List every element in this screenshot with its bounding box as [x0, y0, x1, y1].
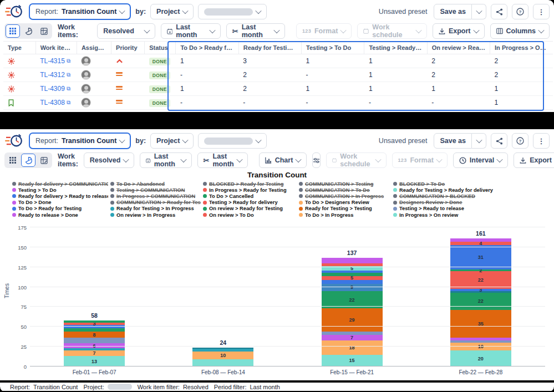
legend-item[interactable]: In Progress > COMMUNICATION — [110, 193, 201, 199]
help-button[interactable]: ? — [512, 133, 528, 149]
chart-settings-button[interactable] — [312, 152, 321, 168]
legend-item[interactable]: In Progress > On review — [393, 212, 493, 218]
save-as-button[interactable]: Save as — [434, 133, 472, 149]
share-icon — [496, 8, 503, 16]
legend-swatch — [12, 201, 16, 205]
work-item-link[interactable]: TL-4315⧉ — [40, 57, 70, 65]
help-icon: ? — [516, 137, 524, 145]
work-items-select[interactable]: Resolved — [97, 23, 155, 39]
bar-segment: 15 — [322, 355, 383, 367]
column-header[interactable]: Ready for Testing > Testing — [238, 42, 301, 54]
more-menu-button[interactable]: ⋮ — [533, 133, 550, 149]
table-view-button[interactable] — [6, 24, 20, 38]
column-header[interactable]: Testing > To Do — [302, 42, 364, 54]
column-header[interactable]: In Progress > On review — [490, 42, 553, 54]
work-item-link[interactable]: TL-4308⧉ — [40, 99, 70, 106]
legend-item[interactable]: Designers Review > Done — [393, 200, 493, 206]
legend-item[interactable]: On review > In Progress — [110, 212, 201, 218]
legend-item[interactable]: Ready for delivery > Ready to release — [12, 193, 108, 199]
period-select[interactable]: Last month — [140, 152, 191, 168]
external-link-icon: ⧉ — [67, 58, 70, 64]
legend-swatch — [393, 188, 397, 192]
help-button[interactable]: ? — [512, 4, 528, 19]
group-by-select[interactable]: Project — [150, 133, 194, 149]
work-items-select[interactable]: Resolved — [84, 152, 135, 168]
group-by-select[interactable]: Project — [150, 4, 194, 19]
y-tick-label: 0 — [10, 364, 27, 370]
segment-value-label: 18 — [322, 345, 383, 350]
bar-segment — [64, 338, 125, 343]
interval-button[interactable]: Interval — [453, 152, 508, 168]
legend-item[interactable]: To Do > Ready for Testing — [12, 206, 108, 212]
project-select[interactable] — [198, 4, 267, 19]
column-header[interactable]: On review > Ready for Testing — [427, 42, 490, 54]
legend-item[interactable]: COMMUNICATION > Testing — [299, 181, 391, 187]
legend-swatch — [12, 194, 16, 198]
report-select[interactable]: Report: Transition Count — [29, 133, 131, 149]
report-select[interactable]: Report: Transition Count — [29, 3, 131, 20]
legend-item[interactable]: COMMUNICATION > Ready for Testing — [110, 200, 201, 206]
column-header[interactable]: Priority — [111, 42, 145, 54]
legend-label: Ready for Testing > Testing — [305, 206, 372, 211]
export-button[interactable]: Export — [433, 23, 485, 39]
column-header[interactable]: Assignee — [77, 42, 111, 54]
columns-button[interactable]: Columns — [490, 23, 550, 39]
save-as-button[interactable]: Save as — [434, 4, 472, 19]
more-menu-button[interactable]: ⋮ — [533, 4, 550, 19]
chart-type-button[interactable]: Chart — [259, 152, 307, 168]
legend-item[interactable]: Ready for delivery > COMMUNICATION — [12, 181, 108, 187]
legend-item[interactable]: To Do > Done — [12, 200, 108, 206]
legend-item[interactable]: Ready for Testing > Ready for delivery — [393, 187, 493, 193]
column-header[interactable]: To Do > Ready for Testing — [176, 42, 238, 54]
pivot-view-button[interactable] — [37, 154, 51, 167]
period-select[interactable]: Last month — [161, 23, 221, 39]
share-button[interactable] — [491, 4, 507, 19]
legend-item[interactable]: In Progress > Ready for Testing — [203, 187, 297, 193]
chevron-down-icon — [256, 8, 262, 14]
column-header[interactable]: Work item ... — [35, 42, 77, 54]
legend-item[interactable]: Testing > Ready to release — [393, 206, 493, 212]
work-item-link[interactable]: TL-4312⧉ — [40, 71, 70, 79]
legend-item[interactable]: On review > To Do — [203, 212, 297, 218]
column-header[interactable]: Status — [145, 42, 176, 54]
legend-item[interactable]: To Do > In Progress — [299, 212, 391, 218]
legend-item[interactable]: Ready for Testing > In Progress — [110, 206, 201, 212]
column-header[interactable]: Type — [3, 42, 35, 54]
transition-count-cell: 2 — [238, 82, 301, 96]
save-as-menu-button[interactable] — [472, 4, 486, 19]
chevron-down-icon — [119, 137, 125, 143]
legend-item[interactable]: Testing > COMMUNICATION — [110, 187, 201, 193]
legend-item[interactable]: On review > Ready for Testing — [203, 206, 297, 212]
legend-item[interactable]: COMMUNICATION > To Do — [299, 187, 391, 193]
legend-item[interactable]: COMMUNICATION > BLOCKED — [393, 193, 493, 199]
trim-period-select[interactable]: ✂ Last month — [197, 152, 248, 168]
legend-item[interactable]: To Do > Designers Review — [299, 200, 391, 206]
legend-label: In Progress > Ready for Testing — [209, 187, 287, 193]
bar-segment — [192, 348, 253, 349]
legend-label: COMMUNICATION > BLOCKED — [399, 194, 475, 199]
legend-label: Ready to release > Done — [18, 212, 78, 218]
legend-label: To Do > Abandoned — [116, 181, 165, 187]
project-select[interactable] — [198, 133, 267, 149]
legend-item[interactable]: Testing > To Do — [12, 187, 108, 193]
chart-view-button[interactable] — [21, 154, 35, 167]
work-item-link[interactable]: TL-4309⧉ — [40, 85, 70, 93]
pivot-view-button[interactable] — [37, 24, 51, 38]
save-as-menu-button[interactable] — [472, 133, 486, 149]
work-items-label: Work items: — [58, 152, 78, 168]
table-view-button[interactable] — [6, 154, 20, 167]
legend-item[interactable]: Ready to release > Done — [12, 212, 108, 218]
share-button[interactable] — [491, 133, 507, 149]
legend-item[interactable]: BLOCKED > Ready for Testing — [203, 181, 297, 187]
legend-item[interactable]: COMMUNICATION > In Progress — [299, 193, 391, 199]
segment-value-label: 29 — [322, 317, 383, 323]
legend-item[interactable]: Testing > Ready for delivery — [203, 200, 297, 206]
legend-item[interactable]: BLOCKED > To Do — [393, 181, 493, 187]
export-button[interactable]: Export — [514, 152, 554, 168]
column-header[interactable]: Testing > Ready to release — [364, 42, 427, 54]
legend-item[interactable]: Ready for Testing > Testing — [299, 206, 391, 212]
chart-view-button[interactable] — [21, 24, 35, 38]
trim-period-select[interactable]: ✂ Last month — [226, 23, 285, 39]
legend-item[interactable]: To Do > Cancelled — [203, 193, 297, 199]
legend-item[interactable]: To Do > Abandoned — [110, 181, 201, 187]
